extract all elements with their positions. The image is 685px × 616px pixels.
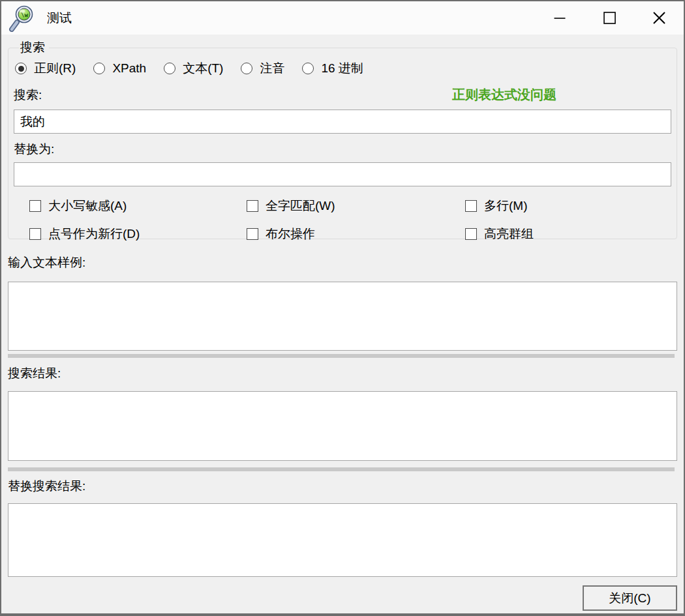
titlebar[interactable]: \w 测试: [1, 1, 684, 35]
radio-text-label: 文本(T): [183, 60, 223, 77]
checkbox-case-sensitive-label: 大小写敏感(A): [48, 198, 127, 214]
dialog-body: 搜索 正则(R) XPath 文本(T) 注音: [1, 35, 684, 613]
minimize-icon: [554, 12, 566, 24]
radio-circle-icon: [302, 63, 314, 74]
radio-xpath[interactable]: XPath: [93, 61, 146, 76]
caption-buttons: [544, 1, 684, 35]
checkbox-multiline-label: 多行(M): [484, 198, 527, 214]
checkbox-whole-word[interactable]: 全字匹配(W): [247, 198, 465, 214]
radio-circle-icon: [164, 63, 175, 74]
search-mode-radio-group: 正则(R) XPath 文本(T) 注音 16 进制: [15, 60, 671, 77]
checkbox-highlight-groups-label: 高亮群组: [484, 226, 534, 242]
checkbox-dot-matches-newline-label: 点号作为新行(D): [48, 226, 140, 242]
checkbox-icon: [29, 200, 41, 212]
checkbox-multiline[interactable]: 多行(M): [465, 198, 671, 214]
search-results-area[interactable]: [8, 391, 677, 461]
radio-hex-label: 16 进制: [321, 60, 363, 77]
sample-text-area[interactable]: [8, 282, 677, 351]
dialog-window: \w 测试 搜索 正则(R): [0, 0, 685, 616]
replace-field-label: 替换为:: [14, 142, 671, 156]
search-groupbox: 搜索 正则(R) XPath 文本(T) 注音: [8, 40, 677, 239]
close-button-caption[interactable]: [643, 1, 675, 35]
radio-xpath-label: XPath: [112, 61, 146, 76]
radio-phonetic-label: 注音: [260, 60, 284, 77]
search-label-row: 搜索: 正则表达式没问题: [14, 86, 671, 104]
radio-circle-icon: [15, 63, 27, 74]
checkbox-whole-word-label: 全字匹配(W): [266, 198, 335, 214]
search-groupbox-legend: 搜索: [19, 40, 49, 55]
radio-regex-label: 正则(R): [34, 60, 76, 77]
window-title: 测试: [47, 10, 72, 27]
radio-hex[interactable]: 16 进制: [302, 60, 363, 77]
replace-input[interactable]: [14, 162, 671, 186]
splitter-handle[interactable]: [8, 467, 675, 471]
checkbox-icon: [29, 228, 41, 240]
replace-results-area[interactable]: [8, 503, 677, 577]
maximize-icon: [603, 12, 616, 24]
checkbox-icon: [247, 228, 258, 240]
checkbox-dot-matches-newline[interactable]: 点号作为新行(D): [29, 226, 247, 242]
radio-phonetic[interactable]: 注音: [241, 60, 284, 77]
search-input[interactable]: [14, 110, 671, 134]
radio-circle-icon: [93, 63, 105, 74]
search-results-label: 搜索结果:: [8, 366, 677, 381]
app-regex-magnifier-icon[interactable]: \w: [9, 5, 35, 32]
close-icon: [653, 12, 665, 24]
radio-circle-icon: [241, 63, 252, 74]
checkbox-highlight-groups[interactable]: 高亮群组: [465, 226, 671, 242]
checkbox-boolean-op-label: 布尔操作: [266, 226, 315, 242]
radio-regex[interactable]: 正则(R): [15, 60, 76, 77]
footer-button-row: 关闭(C): [8, 585, 677, 611]
checkbox-case-sensitive[interactable]: 大小写敏感(A): [29, 198, 247, 214]
checkbox-boolean-op[interactable]: 布尔操作: [247, 226, 465, 242]
checkbox-icon: [465, 200, 477, 212]
search-options: 大小写敏感(A) 全字匹配(W) 多行(M) 点号作为新行(D) 布尔操作: [29, 198, 671, 242]
regex-status-message: 正则表达式没问题: [452, 86, 556, 104]
splitter-handle[interactable]: [8, 354, 675, 358]
minimize-button[interactable]: [544, 1, 575, 35]
replace-results-label: 替换搜索结果:: [8, 479, 677, 493]
radio-text[interactable]: 文本(T): [164, 60, 223, 77]
close-dialog-button[interactable]: 关闭(C): [583, 585, 677, 611]
maximize-button[interactable]: [594, 1, 625, 35]
checkbox-icon: [247, 200, 258, 212]
search-field-label: 搜索:: [14, 88, 42, 102]
sample-text-label: 输入文本样例:: [8, 256, 677, 270]
svg-text:\w: \w: [21, 12, 28, 18]
checkbox-icon: [465, 228, 477, 240]
